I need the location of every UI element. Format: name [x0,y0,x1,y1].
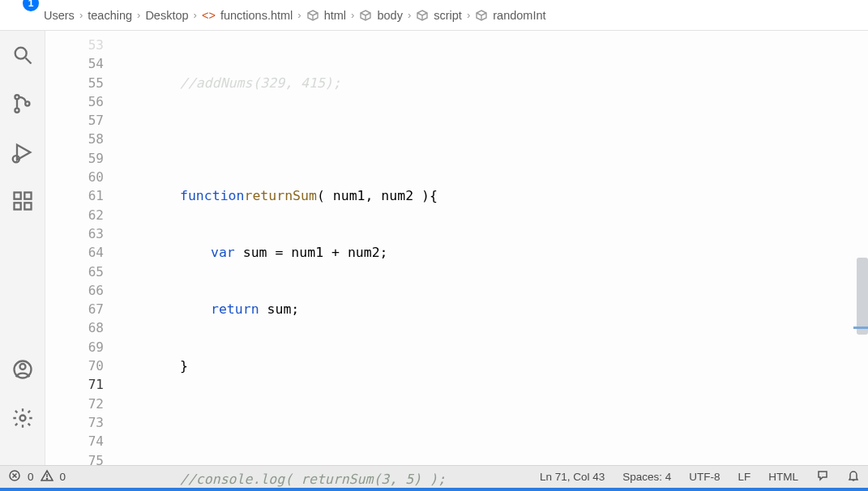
minimap-marker [853,327,868,329]
svg-rect-8 [14,203,20,209]
minimap-scrollbar[interactable] [852,31,868,465]
warnings-icon[interactable] [41,469,53,485]
line-number: 60 [45,168,104,186]
line-number: 73 [45,413,104,432]
line-number: 57 [45,111,104,130]
code-text: return [211,300,259,318]
svg-rect-10 [24,193,31,199]
svg-point-18 [46,478,47,479]
crumb-body[interactable]: body [377,9,402,22]
code-area[interactable]: //addNums(329, 415); function returnSum(… [120,31,852,465]
line-number: 68 [45,318,104,337]
line-number: 61 [45,186,104,205]
source-control-icon[interactable] [11,92,34,118]
explorer-icon[interactable]: 1 [5,0,44,31]
crumb-users[interactable]: Users [44,9,75,22]
svg-point-0 [15,48,26,59]
run-debug-icon[interactable] [11,141,34,167]
code-text: } [180,357,188,375]
chevron-icon: › [137,9,140,21]
svg-point-2 [15,95,19,99]
svg-line-1 [25,58,31,64]
activity-bar [0,31,45,465]
svg-point-12 [19,364,25,369]
line-number: 56 [45,92,104,111]
settings-gear-icon[interactable] [11,407,34,433]
chevron-icon: › [351,9,354,21]
symbol-icon [359,9,372,22]
svg-point-3 [15,109,19,113]
line-number: 74 [45,432,104,450]
symbol-icon [416,9,429,22]
line-number: 62 [45,206,104,224]
crumb-file[interactable]: functions.html [220,9,293,22]
line-number: 72 [45,395,104,413]
line-number: 65 [45,263,104,281]
line-number: 75 [45,451,104,470]
symbol-icon [306,9,319,22]
line-number: 71 [45,375,104,394]
crumb-randomint[interactable]: randomInt [493,9,545,22]
line-number: 66 [45,281,104,300]
chevron-icon: › [194,9,197,21]
svg-point-13 [19,416,25,421]
account-icon[interactable] [11,358,34,384]
code-text: //addNums(329, 415); [180,74,341,92]
scrollbar-thumb[interactable] [857,258,868,335]
code-text: returnSum [244,186,316,205]
code-text: ( num1, num2 ){ [317,186,438,205]
symbol-icon [475,9,488,22]
html-file-icon: <> [202,9,216,22]
svg-rect-9 [24,203,31,209]
line-number: 54 [45,54,104,73]
chevron-icon: › [408,9,411,21]
crumb-script[interactable]: script [434,9,462,22]
code-text: //console.log( returnSum(3, 5) ); [180,470,446,489]
chevron-icon: › [467,9,470,21]
breadcrumb-bar: 1 Users› teaching› Desktop› <> functions… [0,0,868,31]
line-number: 58 [45,130,104,148]
line-number: 67 [45,300,104,318]
errors-icon[interactable] [8,469,21,485]
line-number: 64 [45,243,104,262]
badge-count: 1 [23,0,39,11]
warnings-count[interactable]: 0 [60,471,66,483]
svg-rect-7 [14,193,20,199]
line-number: 63 [45,224,104,243]
extensions-icon[interactable] [11,190,34,216]
editor[interactable]: 53 54 55 56 57 58 59 60 61 62 63 64 65 6… [45,31,868,465]
line-gutter: 53 54 55 56 57 58 59 60 61 62 63 64 65 6… [45,31,120,465]
search-icon[interactable] [11,44,34,70]
line-number: 69 [45,338,104,357]
svg-point-4 [25,101,29,105]
line-number: 70 [45,357,104,375]
line-number: 53 [45,36,104,54]
breadcrumbs[interactable]: Users› teaching› Desktop› <> functions.h… [44,9,546,22]
line-number: 59 [45,149,104,168]
line-number: 55 [45,74,104,92]
main-area: 53 54 55 56 57 58 59 60 61 62 63 64 65 6… [0,31,868,465]
code-text: function [180,186,244,205]
code-text: var [211,243,235,262]
code-text: sum; [259,300,300,318]
crumb-html[interactable]: html [324,9,346,22]
crumb-teaching[interactable]: teaching [88,9,132,22]
crumb-desktop[interactable]: Desktop [145,9,188,22]
code-text: sum = num1 + num2; [235,243,388,262]
errors-count[interactable]: 0 [28,471,34,483]
chevron-icon: › [79,9,83,21]
chevron-icon: › [297,9,301,21]
